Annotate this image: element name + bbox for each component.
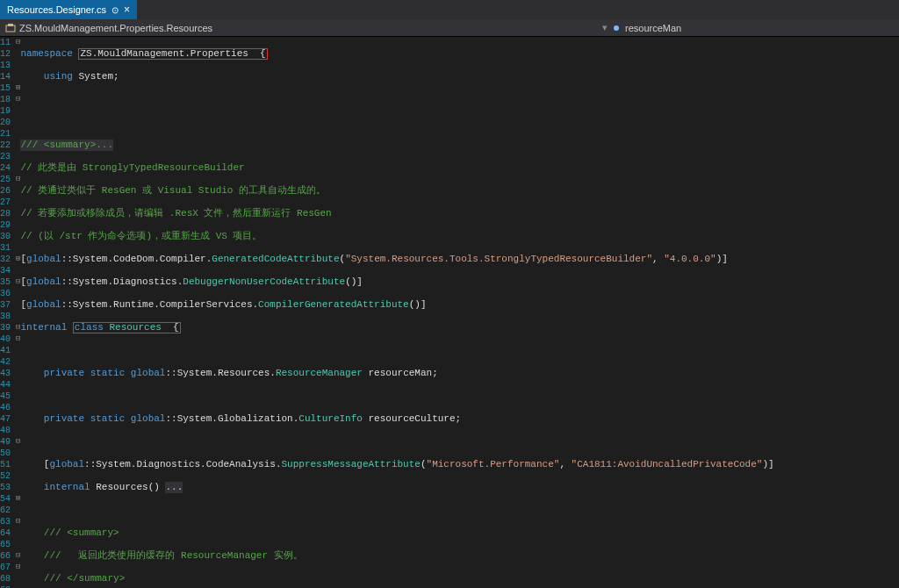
context-member-label: resourceMan [625,23,681,33]
line-number-gutter: 1112131415181920212223242526272829303132… [0,37,16,588]
pin-icon[interactable]: ⊙ [111,5,119,15]
tab-title: Resources.Designer.cs [7,4,106,15]
context-class-dropdown[interactable]: ZS.MouldManagement.Properties.Resources [5,23,602,33]
context-member-dropdown[interactable]: ▾ resourceMan [602,22,681,33]
svg-rect-1 [8,24,13,26]
field-icon [611,23,622,33]
context-bar: ZS.MouldManagement.Properties.Resources … [0,19,899,37]
code-area[interactable]: namespace ZS.MouldManagement.Properties … [20,37,899,588]
svg-point-2 [614,25,619,31]
class-icon [5,23,16,33]
tab-bar: Resources.Designer.cs ⊙ × [0,0,899,19]
code-editor[interactable]: 1112131415181920212223242526272829303132… [0,37,899,588]
dropdown-sep: ▾ [602,22,608,33]
svg-rect-0 [6,25,15,32]
close-icon[interactable]: × [124,4,130,16]
context-class-label: ZS.MouldManagement.Properties.Resources [19,23,212,33]
file-tab[interactable]: Resources.Designer.cs ⊙ × [0,0,137,19]
